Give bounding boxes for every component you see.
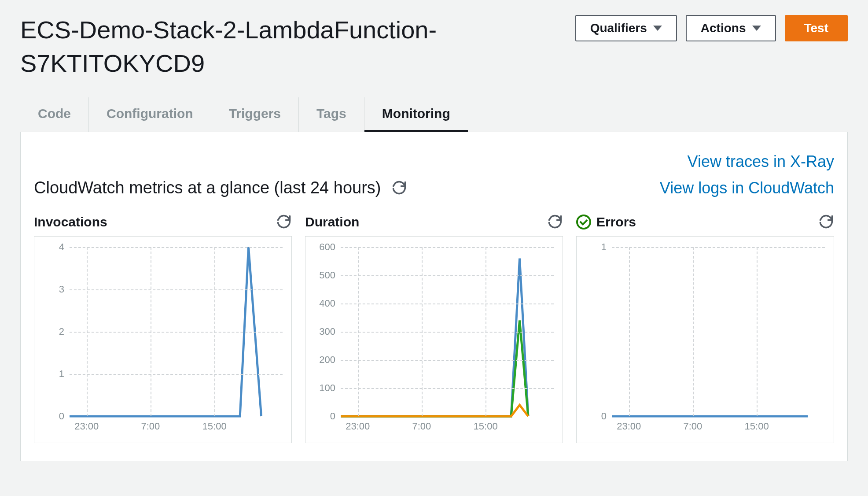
page-title: ECS-Demo-Stack-2-LambdaFunction-S7KTITOK… <box>20 13 460 80</box>
x-tick: 23:00 <box>617 421 641 432</box>
chart-title: Errors <box>596 215 636 229</box>
x-tick: 15:00 <box>745 421 769 432</box>
x-tick: 23:00 <box>74 421 99 432</box>
refresh-icon[interactable] <box>818 214 834 230</box>
tab-configuration[interactable]: Configuration <box>89 97 211 132</box>
chart-title: Duration <box>305 215 359 229</box>
x-tick: 7:00 <box>141 421 160 432</box>
header-actions: Qualifiers Actions Test <box>575 13 848 41</box>
y-tick: 0 <box>330 411 335 422</box>
cloudwatch-logs-link[interactable]: View logs in CloudWatch <box>660 179 834 197</box>
qualifiers-dropdown[interactable]: Qualifiers <box>575 15 677 41</box>
y-tick: 0 <box>59 411 64 422</box>
x-tick: 15:00 <box>202 421 227 432</box>
chart-errors: Errors0123:007:0015:00 <box>576 214 834 443</box>
chart-plot-area: 0123423:007:0015:00 <box>34 236 292 443</box>
test-button[interactable]: Test <box>785 15 848 41</box>
test-label: Test <box>804 21 829 35</box>
chart-plot-area: 010020030040050060023:007:0015:00 <box>305 236 563 443</box>
xray-link[interactable]: View traces in X-Ray <box>688 152 834 171</box>
y-tick: 2 <box>59 326 64 337</box>
chart-title: Invocations <box>34 215 107 229</box>
actions-dropdown[interactable]: Actions <box>686 15 776 41</box>
x-tick: 15:00 <box>474 421 498 432</box>
y-tick: 0 <box>601 411 607 422</box>
section-heading: CloudWatch metrics at a glance (last 24 … <box>34 178 381 197</box>
caret-down-icon <box>653 26 662 31</box>
y-tick: 100 <box>319 382 335 394</box>
tab-code[interactable]: Code <box>20 97 89 132</box>
refresh-icon[interactable] <box>276 214 292 230</box>
y-tick: 200 <box>319 354 335 366</box>
tabs: CodeConfigurationTriggersTagsMonitoring <box>20 97 848 132</box>
chart-plot-area: 0123:007:0015:00 <box>576 236 834 443</box>
status-ok-icon <box>576 215 591 229</box>
y-tick: 400 <box>319 298 335 309</box>
y-tick: 1 <box>601 241 607 253</box>
caret-down-icon <box>752 26 761 31</box>
charts-row: Invocations0123423:007:0015:00Duration01… <box>34 214 834 443</box>
chart-invocations: Invocations0123423:007:0015:00 <box>34 214 292 443</box>
series-min <box>341 405 528 417</box>
y-tick: 500 <box>319 270 335 281</box>
tab-monitoring[interactable]: Monitoring <box>364 97 468 132</box>
y-tick: 600 <box>319 241 335 253</box>
x-tick: 23:00 <box>346 421 370 432</box>
refresh-icon[interactable] <box>547 214 563 230</box>
y-tick: 1 <box>59 368 64 380</box>
monitoring-panel: CloudWatch metrics at a glance (last 24 … <box>20 132 848 461</box>
x-tick: 7:00 <box>683 421 702 432</box>
tab-triggers[interactable]: Triggers <box>211 97 299 132</box>
tab-tags[interactable]: Tags <box>299 97 364 132</box>
refresh-icon[interactable] <box>391 180 407 196</box>
chart-duration: Duration010020030040050060023:007:0015:0… <box>305 214 563 443</box>
qualifiers-label: Qualifiers <box>590 21 647 35</box>
y-tick: 300 <box>319 326 335 337</box>
x-tick: 7:00 <box>412 421 431 432</box>
series-avg <box>341 321 528 417</box>
y-tick: 4 <box>59 241 64 253</box>
y-tick: 3 <box>59 284 64 295</box>
series-max <box>341 259 528 416</box>
actions-label: Actions <box>701 21 746 35</box>
